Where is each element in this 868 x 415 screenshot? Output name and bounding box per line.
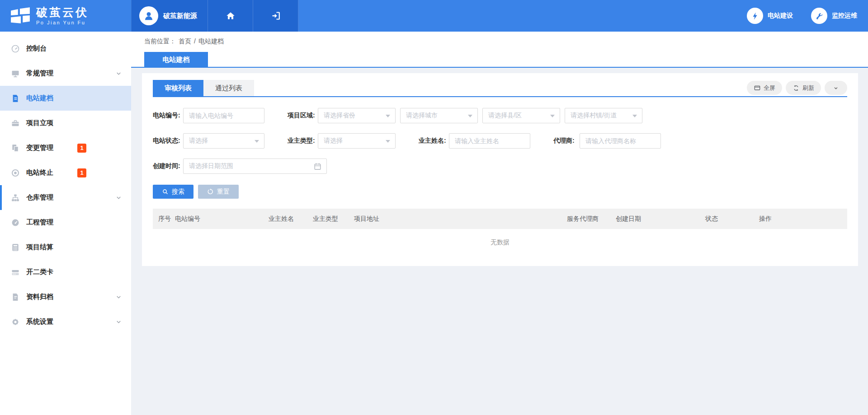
sidebar-item-label: 项目结算 — [26, 243, 53, 252]
home-icon — [225, 10, 236, 21]
gear-icon — [11, 317, 20, 326]
refresh-icon — [793, 84, 800, 92]
caret-down-icon — [386, 140, 390, 143]
street-select[interactable]: 请选择村镇/街道 — [565, 108, 642, 123]
sidebar-item-system-settings[interactable]: 系统设置 — [0, 309, 131, 334]
search-label: 搜索 — [172, 188, 184, 196]
monitor-ops-link[interactable]: 监控运维 — [811, 8, 857, 24]
sidebar-item-change-mgmt[interactable]: 变更管理 1 — [0, 135, 131, 160]
col-index: 序号 — [158, 215, 175, 223]
document-icon — [11, 94, 20, 103]
chevron-down-icon — [115, 294, 122, 300]
province-placeholder: 请选择省份 — [324, 112, 355, 120]
archive-icon — [11, 293, 20, 302]
station-no-input[interactable] — [183, 108, 264, 123]
district-select[interactable]: 请选择县/区 — [482, 108, 560, 123]
logo-subtitle: Po Jian Yun Fu — [36, 20, 89, 25]
district-placeholder: 请选择县/区 — [488, 112, 522, 120]
col-status: 状态 — [705, 215, 759, 223]
logo-text: 破茧云伏 Po Jian Yun Fu — [36, 6, 89, 25]
col-owner-name: 业主姓名 — [269, 215, 313, 223]
content-panel: 审核列表 通过列表 全屏 刷新 电站编号: 项目区域: — [142, 73, 858, 266]
sidebar-item-label: 控制台 — [26, 44, 47, 53]
agent-label: 代理商: — [553, 137, 580, 145]
station-status-select[interactable]: 请选择 — [183, 133, 264, 149]
sidebar-item-general-mgmt[interactable]: 常规管理 — [0, 61, 131, 86]
breadcrumb-home[interactable]: 首页 — [179, 37, 191, 46]
sidebar-item-data-archive[interactable]: 资料归档 — [0, 284, 131, 309]
sidebar-item-type2-card[interactable]: 开二类卡 — [0, 260, 131, 284]
logout-button[interactable] — [253, 0, 298, 32]
breadcrumb-bar: 当前位置： 首页 / 电站建档 电站建档 — [131, 32, 868, 68]
user-icon — [143, 10, 155, 22]
owner-type-placeholder: 请选择 — [324, 137, 343, 145]
sidebar-item-station-filing[interactable]: 电站建档 — [0, 86, 131, 111]
calculator-icon — [11, 243, 20, 252]
owner-name-input[interactable] — [449, 133, 530, 149]
fullscreen-icon — [754, 84, 761, 92]
owner-type-label: 业主类型: — [288, 137, 318, 145]
breadcrumb-separator: / — [194, 37, 196, 46]
owner-name-label: 业主姓名: — [419, 137, 449, 145]
sidebar-item-warehouse-mgmt[interactable]: 仓库管理 — [0, 185, 131, 210]
col-actions: 操作 — [759, 215, 842, 223]
reset-icon — [207, 188, 214, 195]
main-content: 当前位置： 首页 / 电站建档 电站建档 审核列表 通过列表 全屏 刷新 — [131, 32, 868, 415]
col-agent: 服务代理商 — [567, 215, 616, 223]
collapse-toolbar-button[interactable] — [825, 81, 847, 95]
sidebar-item-label: 开二类卡 — [26, 268, 53, 276]
street-placeholder: 请选择村镇/街道 — [571, 112, 617, 120]
filter-row-1: 电站编号: 项目区域: 请选择省份 请选择城市 请选择县/区 请选择村镇/街道 — [153, 108, 847, 123]
owner-type-select[interactable]: 请选择 — [318, 133, 396, 149]
notification-badge: 1 — [77, 168, 86, 177]
region-label: 项目区域: — [288, 112, 318, 120]
user-name: 破茧新能源 — [163, 12, 197, 20]
station-build-link[interactable]: 电站建设 — [747, 8, 793, 24]
home-button[interactable] — [208, 0, 253, 32]
header-nav-group: 破茧新能源 — [131, 0, 298, 32]
header-right-links: 电站建设 监控运维 — [747, 0, 868, 32]
sidebar-item-label: 工程管理 — [26, 218, 53, 227]
created-time-label: 创建时间: — [153, 162, 183, 170]
card-icon — [11, 268, 20, 277]
fullscreen-label: 全屏 — [764, 84, 775, 92]
copy-icon — [11, 144, 20, 153]
sidebar-item-console[interactable]: 控制台 — [0, 36, 131, 61]
refresh-button[interactable]: 刷新 — [786, 81, 821, 95]
sidebar-item-station-termination[interactable]: 电站终止 1 — [0, 160, 131, 185]
reset-button[interactable]: 重置 — [198, 185, 239, 199]
panel-toolbar: 全屏 刷新 — [747, 81, 847, 95]
active-group-marker — [0, 185, 2, 210]
sitemap-icon — [11, 193, 20, 202]
tab-review-list[interactable]: 审核列表 — [153, 80, 203, 96]
sidebar-item-label: 项目立项 — [26, 119, 53, 127]
empty-state-text: 无数据 — [153, 229, 847, 255]
current-user-menu[interactable]: 破茧新能源 — [131, 0, 208, 32]
caret-down-icon — [255, 140, 259, 143]
search-icon — [162, 188, 169, 195]
sidebar-item-label: 电站终止 — [26, 168, 53, 177]
chevron-down-icon — [115, 70, 122, 77]
sidebar-item-engineering-mgmt[interactable]: 工程管理 — [0, 210, 131, 235]
breadcrumb-prefix: 当前位置： — [144, 37, 176, 46]
sidebar-item-project-initiation[interactable]: 项目立项 — [0, 111, 131, 135]
page-tab-station-filing[interactable]: 电站建档 — [144, 52, 208, 67]
breadcrumb: 当前位置： 首页 / 电站建档 — [144, 37, 224, 46]
date-range-placeholder: 请选择日期范围 — [189, 162, 233, 170]
logo-icon — [10, 5, 31, 26]
search-button[interactable]: 搜索 — [153, 185, 193, 199]
date-range-picker[interactable]: 请选择日期范围 — [183, 159, 327, 174]
monitor-icon — [11, 69, 20, 78]
city-select[interactable]: 请选择城市 — [400, 108, 478, 123]
sidebar-item-project-settlement[interactable]: 项目结算 — [0, 235, 131, 260]
agent-input[interactable] — [580, 133, 661, 149]
fullscreen-button[interactable]: 全屏 — [747, 81, 782, 95]
calendar-icon — [313, 162, 322, 171]
station-status-placeholder: 请选择 — [189, 137, 208, 145]
tab-approved-list[interactable]: 通过列表 — [203, 80, 254, 96]
refresh-label: 刷新 — [802, 84, 814, 92]
province-select[interactable]: 请选择省份 — [318, 108, 396, 123]
meter-icon — [11, 218, 20, 227]
station-no-label: 电站编号: — [153, 112, 183, 120]
sidebar-item-label: 资料归档 — [26, 293, 53, 301]
